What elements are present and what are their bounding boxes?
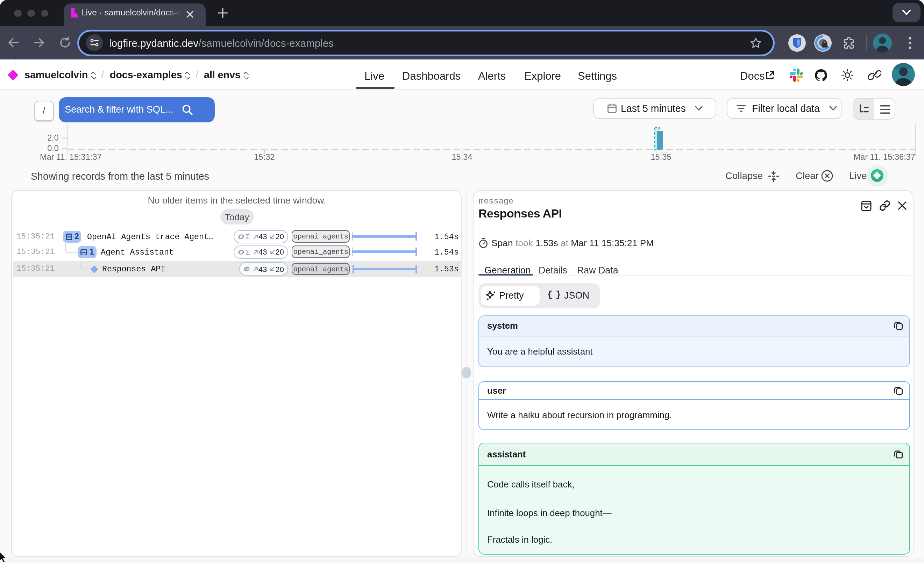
svg-text:0.0: 0.0 (47, 144, 59, 153)
svg-text:15:32: 15:32 (254, 153, 274, 162)
svg-text:2.0: 2.0 (47, 133, 59, 142)
svg-text:Mar 11. 15:36:37: Mar 11. 15:36:37 (854, 153, 915, 162)
svg-text:15:35: 15:35 (651, 153, 671, 162)
svg-text:15:34: 15:34 (452, 153, 472, 162)
svg-text:Mar 11. 15:31:37: Mar 11. 15:31:37 (40, 153, 102, 162)
